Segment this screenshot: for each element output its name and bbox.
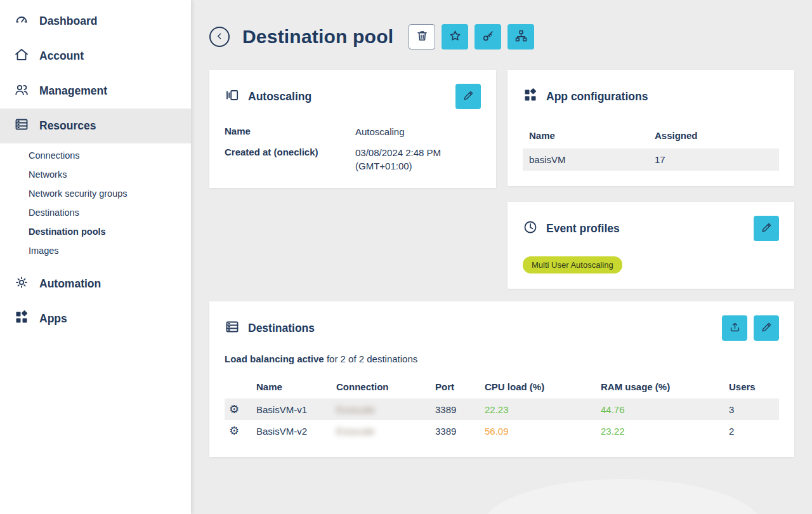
- home-icon: [14, 47, 29, 65]
- sidebar-item-label: Dashboard: [39, 15, 97, 28]
- event-profiles-card: Event profiles Multi User Autoscaling: [508, 202, 794, 289]
- page-header: Destination pool: [209, 24, 794, 49]
- apps-icon: [523, 88, 538, 105]
- destination-ram-usage: 44.76: [601, 404, 729, 415]
- sidebar-item-label: Resources: [39, 119, 96, 133]
- edit-destinations-button[interactable]: [754, 315, 779, 341]
- destinations-table: Name Connection Port CPU load (%) RAM us…: [225, 374, 779, 442]
- key-icon: [481, 29, 495, 44]
- card-title: Destinations: [248, 322, 714, 335]
- sidebar-item-automation[interactable]: Automation: [0, 267, 191, 301]
- sidebar-item-apps[interactable]: Apps: [0, 301, 191, 336]
- right-column: App configurations Name Assigned basisVM…: [508, 70, 794, 289]
- app-configurations-table: Name Assigned basisVM 17: [523, 124, 779, 171]
- row-settings-icon[interactable]: ⚙: [225, 424, 256, 438]
- destination-port: 3389: [435, 426, 485, 437]
- column-header: Name: [529, 130, 655, 141]
- autoscaling-card: Autoscaling Name Autoscaling Created at …: [209, 70, 496, 188]
- pencil-icon: [462, 89, 475, 103]
- row-settings-icon[interactable]: ⚙: [225, 402, 256, 416]
- sidebar-item-management[interactable]: Management: [0, 74, 191, 109]
- destination-connection: Exoscale: [336, 426, 435, 437]
- back-icon: [214, 30, 225, 44]
- sidebar-item-label: Automation: [39, 277, 101, 291]
- sidebar-item-destinations[interactable]: Destinations: [0, 203, 191, 222]
- destination-users: 2: [729, 426, 779, 437]
- sidebar-item-networks[interactable]: Networks: [0, 165, 191, 184]
- edit-autoscaling-button[interactable]: [455, 84, 481, 109]
- table-header-row: Name Assigned: [523, 124, 779, 148]
- column-header: CPU load (%): [485, 381, 601, 392]
- destination-name: BasisVM-v2: [256, 426, 336, 437]
- server-icon: [225, 319, 240, 337]
- status-rest: for 2 of 2 destinations: [324, 353, 418, 364]
- decorative-circle: [483, 479, 762, 514]
- edit-event-profiles-button[interactable]: [754, 216, 779, 241]
- trash-icon: [416, 29, 429, 44]
- people-icon: [14, 82, 29, 100]
- upload-destination-button[interactable]: [722, 315, 747, 341]
- pencil-icon: [761, 221, 773, 235]
- app-config-assigned: 17: [655, 154, 773, 165]
- star-icon: [449, 29, 462, 44]
- table-row[interactable]: basisVM 17: [523, 148, 779, 171]
- destinations-toolbar: [722, 315, 779, 341]
- table-row[interactable]: ⚙ BasisVM-v2 Exoscale 3389 56.09 23.22 2: [225, 420, 779, 442]
- credentials-button[interactable]: [475, 24, 501, 49]
- card-title: App configurations: [546, 90, 779, 103]
- destination-cpu-load: 22.23: [485, 404, 601, 415]
- destination-connection: Exoscale: [336, 404, 435, 415]
- sidebar-item-label: Management: [39, 84, 107, 98]
- field-value: 03/08/2024 2:48 PM (GMT+01:00): [355, 147, 481, 173]
- card-title: Event profiles: [546, 222, 745, 235]
- app-configurations-card: App configurations Name Assigned basisVM…: [508, 70, 794, 186]
- page-title: Destination pool: [242, 26, 393, 48]
- load-balancing-status: Load balancing active for 2 of 2 destina…: [225, 353, 779, 364]
- sidebar-item-dashboard[interactable]: Dashboard: [0, 4, 191, 39]
- field-label: Name: [225, 126, 355, 138]
- destination-users: 3: [729, 404, 779, 415]
- sitemap-icon: [514, 29, 528, 44]
- sidebar-item-network-security-groups[interactable]: Network security groups: [0, 184, 191, 203]
- sidebar-item-account[interactable]: Account: [0, 39, 191, 74]
- destinations-card: Destinations Load balancing activ: [209, 301, 794, 457]
- destination-name: BasisVM-v1: [256, 404, 336, 415]
- back-button[interactable]: [209, 27, 230, 47]
- table-row[interactable]: ⚙ BasisVM-v1 Exoscale 3389 22.23 44.76 3: [225, 399, 779, 420]
- card-title: Autoscaling: [248, 90, 447, 103]
- server-icon: [14, 117, 29, 135]
- sidebar-item-destination-pools[interactable]: Destination pools: [0, 222, 191, 241]
- status-bold: Load balancing active: [225, 353, 324, 364]
- field-value: Autoscaling: [355, 126, 481, 138]
- event-profile-badge[interactable]: Multi User Autoscaling: [523, 256, 622, 273]
- column-header: Assigned: [655, 130, 773, 141]
- cards-top-row: Autoscaling Name Autoscaling Created at …: [209, 70, 794, 289]
- gauge-icon: [14, 12, 29, 30]
- column-header: Name: [256, 381, 336, 392]
- autoscaling-fields: Name Autoscaling Created at (oneclick) 0…: [225, 126, 481, 173]
- delete-button[interactable]: [409, 24, 435, 49]
- sidebar: Dashboard Account Management Resources C…: [0, 0, 191, 514]
- table-header-row: Name Connection Port CPU load (%) RAM us…: [225, 374, 779, 399]
- favorite-button[interactable]: [442, 24, 468, 49]
- app-window: Dashboard Account Management Resources C…: [0, 0, 812, 514]
- autoscaling-icon: [225, 88, 240, 105]
- resources-submenu: Connections Networks Network security gr…: [0, 143, 191, 267]
- sidebar-item-connections[interactable]: Connections: [0, 146, 191, 165]
- sidebar-item-images[interactable]: Images: [0, 241, 191, 260]
- event-profiles-card-header: Event profiles: [523, 216, 779, 241]
- sidebar-item-label: Apps: [39, 312, 67, 326]
- column-header: Users: [729, 381, 779, 392]
- column-header: Connection: [336, 381, 435, 392]
- main-content: Destination pool: [191, 0, 812, 514]
- column-header: RAM usage (%): [601, 381, 729, 392]
- destination-port: 3389: [435, 404, 485, 415]
- apps-icon: [14, 310, 29, 328]
- hierarchy-button[interactable]: [508, 24, 534, 49]
- app-config-name: basisVM: [529, 154, 655, 165]
- destinations-card-header: Destinations: [225, 315, 779, 341]
- header-toolbar: [409, 24, 534, 49]
- clock-icon: [523, 220, 538, 237]
- sidebar-item-resources[interactable]: Resources: [0, 109, 191, 143]
- upload-icon: [729, 321, 741, 335]
